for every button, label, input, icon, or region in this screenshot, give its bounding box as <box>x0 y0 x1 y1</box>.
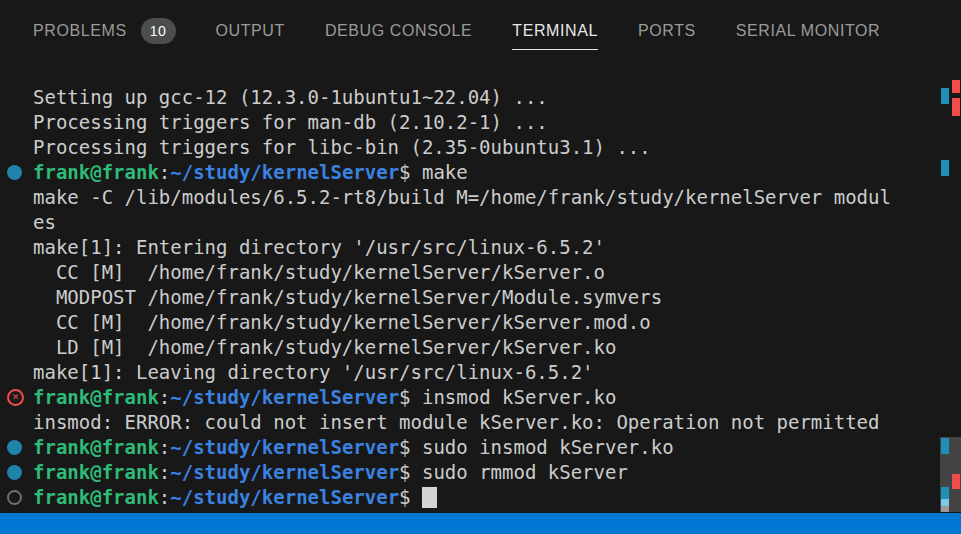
terminal-text: Setting up gcc-12 (12.3.0-1ubuntu1~22.04… <box>33 86 548 108</box>
terminal-text: es <box>33 211 56 233</box>
ruler-marker <box>941 160 949 176</box>
tab-output[interactable]: OUTPUT <box>216 17 285 50</box>
prompt-command: sudo insmod kServer.ko <box>422 436 674 458</box>
terminal-output-line: make[1]: Entering directory '/usr/src/li… <box>0 235 961 260</box>
prompt-symbol: $ <box>399 161 422 183</box>
prompt-path: ~/study/kernelServer <box>170 461 399 483</box>
ruler-marker <box>952 98 960 116</box>
terminal-output-line: CC [M] /home/frank/study/kernelServer/kS… <box>0 310 961 335</box>
terminal-prompt-line: ✕frank@frank:~/study/kernelServer$ insmo… <box>0 385 961 410</box>
terminal-output-line: Processing triggers for libc-bin (2.35-0… <box>0 135 961 160</box>
terminal-output-line: Processing triggers for man-db (2.10.2-1… <box>0 110 961 135</box>
tab-problems-label: PROBLEMS <box>33 22 127 40</box>
prompt-separator: : <box>159 461 170 483</box>
terminal-text: Processing triggers for man-db (2.10.2-1… <box>33 111 548 133</box>
ruler-marker <box>941 438 949 454</box>
terminal-text: MODPOST /home/frank/study/kernelServer/M… <box>33 286 662 308</box>
prompt-user: frank@frank <box>33 461 159 483</box>
command-success-icon[interactable] <box>7 440 22 455</box>
terminal-output-line: Setting up gcc-12 (12.3.0-1ubuntu1~22.04… <box>0 85 961 110</box>
tab-output-label: OUTPUT <box>216 22 285 40</box>
terminal-text: make -C /lib/modules/6.5.2-rt8/build M=/… <box>33 186 891 208</box>
terminal-output-line: MODPOST /home/frank/study/kernelServer/M… <box>0 285 961 310</box>
ruler-marker <box>941 506 949 512</box>
terminal-output-line: es <box>0 210 961 235</box>
prompt-path: ~/study/kernelServer <box>170 436 399 458</box>
prompt-separator: : <box>159 161 170 183</box>
tab-serial-monitor-label: SERIAL MONITOR <box>736 22 880 40</box>
terminal-prompt-line: frank@frank:~/study/kernelServer$ sudo r… <box>0 460 961 485</box>
prompt-user: frank@frank <box>33 386 159 408</box>
prompt-symbol: $ <box>399 486 422 508</box>
terminal-text: make[1]: Leaving directory '/usr/src/lin… <box>33 361 594 383</box>
terminal-text: Processing triggers for libc-bin (2.35-0… <box>33 136 651 158</box>
panel-tab-bar: PROBLEMS 10 OUTPUT DEBUG CONSOLE TERMINA… <box>0 0 961 62</box>
prompt-command: insmod kServer.ko <box>422 386 616 408</box>
status-bar <box>0 513 961 534</box>
terminal-text: CC [M] /home/frank/study/kernelServer/kS… <box>33 311 651 333</box>
prompt-separator: : <box>159 486 170 508</box>
command-error-icon[interactable]: ✕ <box>7 389 24 406</box>
command-pending-icon[interactable] <box>7 490 22 505</box>
prompt-symbol: $ <box>399 461 422 483</box>
command-success-icon[interactable] <box>7 465 22 480</box>
terminal-prompt-line: frank@frank:~/study/kernelServer$ sudo i… <box>0 435 961 460</box>
terminal-output[interactable]: Setting up gcc-12 (12.3.0-1ubuntu1~22.04… <box>0 62 961 513</box>
tab-problems[interactable]: PROBLEMS 10 <box>33 17 176 50</box>
terminal-prompt-line: frank@frank:~/study/kernelServer$ <box>0 485 961 510</box>
prompt-symbol: $ <box>399 436 422 458</box>
prompt-user: frank@frank <box>33 436 159 458</box>
terminal-output-line: make -C /lib/modules/6.5.2-rt8/build M=/… <box>0 185 961 210</box>
prompt-user: frank@frank <box>33 486 159 508</box>
terminal-prompt-line: frank@frank:~/study/kernelServer$ make <box>0 160 961 185</box>
terminal-output-line: make[1]: Leaving directory '/usr/src/lin… <box>0 360 961 385</box>
tab-serial-monitor[interactable]: SERIAL MONITOR <box>736 17 880 50</box>
tab-terminal-label: TERMINAL <box>512 22 598 40</box>
problems-count-badge: 10 <box>141 18 176 44</box>
prompt-separator: : <box>159 436 170 458</box>
terminal-output-line: insmod: ERROR: could not insert module k… <box>0 410 961 435</box>
terminal-text: LD [M] /home/frank/study/kernelServer/kS… <box>33 336 616 358</box>
prompt-user: frank@frank <box>33 161 159 183</box>
prompt-path: ~/study/kernelServer <box>170 486 399 508</box>
ruler-marker <box>952 80 960 93</box>
terminal-text: CC [M] /home/frank/study/kernelServer/kS… <box>33 261 605 283</box>
prompt-command: make <box>422 161 468 183</box>
prompt-symbol: $ <box>399 386 422 408</box>
tab-terminal[interactable]: TERMINAL <box>512 17 598 50</box>
tab-ports-label: PORTS <box>638 22 696 40</box>
terminal-text: make[1]: Entering directory '/usr/src/li… <box>33 236 605 258</box>
prompt-separator: : <box>159 386 170 408</box>
terminal-text: insmod: ERROR: could not insert module k… <box>33 411 879 433</box>
prompt-path: ~/study/kernelServer <box>170 386 399 408</box>
prompt-path: ~/study/kernelServer <box>170 161 399 183</box>
prompt-command: sudo rmmod kServer <box>422 461 628 483</box>
tab-ports[interactable]: PORTS <box>638 17 696 50</box>
command-success-icon[interactable] <box>7 165 22 180</box>
terminal-panel: PROBLEMS 10 OUTPUT DEBUG CONSOLE TERMINA… <box>0 0 961 534</box>
tab-debug-console-label: DEBUG CONSOLE <box>325 22 472 40</box>
ruler-marker <box>941 88 949 104</box>
ruler-marker <box>941 487 949 499</box>
terminal-output-line: LD [M] /home/frank/study/kernelServer/kS… <box>0 335 961 360</box>
terminal-output-line: CC [M] /home/frank/study/kernelServer/kS… <box>0 260 961 285</box>
ruler-marker <box>941 499 949 506</box>
terminal-cursor <box>422 487 437 508</box>
tab-debug-console[interactable]: DEBUG CONSOLE <box>325 17 472 50</box>
ruler-marker <box>952 474 960 489</box>
